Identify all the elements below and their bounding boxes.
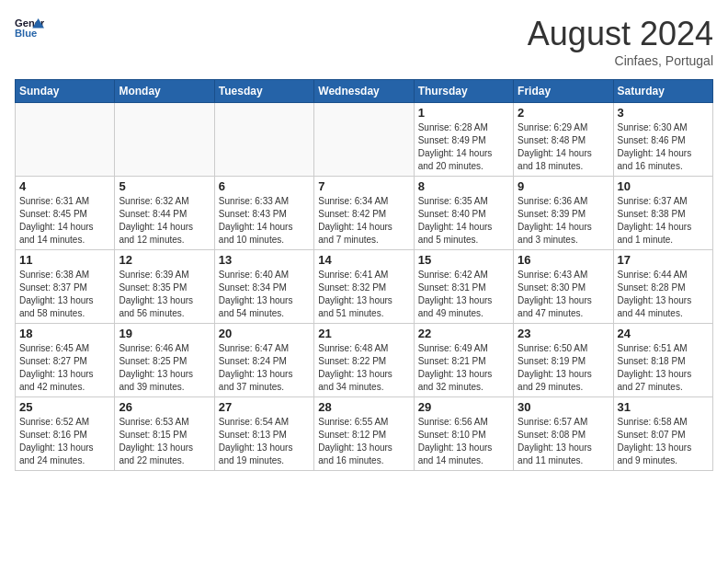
calendar-cell: 24Sunrise: 6:51 AM Sunset: 8:18 PM Dayli… <box>613 324 712 397</box>
day-number: 20 <box>219 327 310 340</box>
weekday-header: Thursday <box>414 80 513 103</box>
weekday-header: Friday <box>514 80 613 103</box>
day-info: Sunrise: 6:50 AM Sunset: 8:19 PM Dayligh… <box>518 342 609 394</box>
calendar-cell <box>115 103 214 177</box>
day-info: Sunrise: 6:48 AM Sunset: 8:22 PM Dayligh… <box>318 342 409 394</box>
day-info: Sunrise: 6:33 AM Sunset: 8:43 PM Dayligh… <box>219 195 310 247</box>
calendar-cell: 8Sunrise: 6:35 AM Sunset: 8:40 PM Daylig… <box>414 177 513 250</box>
calendar-cell: 2Sunrise: 6:29 AM Sunset: 8:48 PM Daylig… <box>514 103 613 177</box>
calendar-cell: 1Sunrise: 6:28 AM Sunset: 8:49 PM Daylig… <box>414 103 513 177</box>
day-info: Sunrise: 6:42 AM Sunset: 8:31 PM Dayligh… <box>418 269 509 320</box>
day-info: Sunrise: 6:55 AM Sunset: 8:12 PM Dayligh… <box>318 416 409 467</box>
day-info: Sunrise: 6:56 AM Sunset: 8:10 PM Dayligh… <box>418 416 509 467</box>
calendar-cell: 20Sunrise: 6:47 AM Sunset: 8:24 PM Dayli… <box>214 324 313 397</box>
day-info: Sunrise: 6:28 AM Sunset: 8:49 PM Dayligh… <box>418 121 509 173</box>
day-number: 11 <box>19 253 110 267</box>
calendar-cell: 5Sunrise: 6:32 AM Sunset: 8:44 PM Daylig… <box>115 177 214 250</box>
day-number: 27 <box>219 400 310 414</box>
day-number: 25 <box>19 400 110 414</box>
day-number: 26 <box>119 400 210 414</box>
calendar-cell: 4Sunrise: 6:31 AM Sunset: 8:45 PM Daylig… <box>16 177 115 250</box>
day-info: Sunrise: 6:39 AM Sunset: 8:35 PM Dayligh… <box>119 269 210 320</box>
day-number: 19 <box>119 327 210 340</box>
day-number: 22 <box>418 327 509 340</box>
day-number: 9 <box>518 179 609 193</box>
day-info: Sunrise: 6:31 AM Sunset: 8:45 PM Dayligh… <box>19 195 110 247</box>
calendar-cell: 7Sunrise: 6:34 AM Sunset: 8:42 PM Daylig… <box>314 177 414 250</box>
day-info: Sunrise: 6:43 AM Sunset: 8:30 PM Dayligh… <box>518 269 609 320</box>
day-info: Sunrise: 6:53 AM Sunset: 8:15 PM Dayligh… <box>119 416 210 467</box>
day-info: Sunrise: 6:32 AM Sunset: 8:44 PM Dayligh… <box>119 195 210 247</box>
logo-icon: General Blue <box>15 15 44 40</box>
day-info: Sunrise: 6:29 AM Sunset: 8:48 PM Dayligh… <box>518 121 609 173</box>
day-info: Sunrise: 6:37 AM Sunset: 8:38 PM Dayligh… <box>618 195 709 247</box>
day-info: Sunrise: 6:58 AM Sunset: 8:07 PM Dayligh… <box>618 416 709 467</box>
calendar-table: SundayMondayTuesdayWednesdayThursdayFrid… <box>15 79 713 471</box>
day-info: Sunrise: 6:49 AM Sunset: 8:21 PM Dayligh… <box>418 342 509 394</box>
day-number: 5 <box>119 179 210 193</box>
day-info: Sunrise: 6:38 AM Sunset: 8:37 PM Dayligh… <box>19 269 110 320</box>
day-number: 6 <box>219 179 310 193</box>
day-number: 23 <box>518 327 609 340</box>
calendar-cell <box>214 103 313 177</box>
calendar-week-row: 18Sunrise: 6:45 AM Sunset: 8:27 PM Dayli… <box>16 324 713 397</box>
calendar-cell: 12Sunrise: 6:39 AM Sunset: 8:35 PM Dayli… <box>115 250 214 324</box>
calendar-cell: 28Sunrise: 6:55 AM Sunset: 8:12 PM Dayli… <box>314 397 414 471</box>
day-number: 31 <box>618 400 709 414</box>
day-number: 29 <box>418 400 509 414</box>
calendar-cell: 6Sunrise: 6:33 AM Sunset: 8:43 PM Daylig… <box>214 177 313 250</box>
calendar-week-row: 1Sunrise: 6:28 AM Sunset: 8:49 PM Daylig… <box>16 103 713 177</box>
calendar-cell: 27Sunrise: 6:54 AM Sunset: 8:13 PM Dayli… <box>214 397 313 471</box>
weekday-header: Monday <box>115 80 214 103</box>
day-info: Sunrise: 6:34 AM Sunset: 8:42 PM Dayligh… <box>318 195 409 247</box>
day-number: 30 <box>518 400 609 414</box>
day-info: Sunrise: 6:41 AM Sunset: 8:32 PM Dayligh… <box>318 269 409 320</box>
day-info: Sunrise: 6:46 AM Sunset: 8:25 PM Dayligh… <box>119 342 210 394</box>
calendar-cell: 15Sunrise: 6:42 AM Sunset: 8:31 PM Dayli… <box>414 250 513 324</box>
page-header: General Blue August 2024 Cinfaes, Portug… <box>15 15 713 68</box>
day-info: Sunrise: 6:30 AM Sunset: 8:46 PM Dayligh… <box>618 121 709 173</box>
calendar-week-row: 11Sunrise: 6:38 AM Sunset: 8:37 PM Dayli… <box>16 250 713 324</box>
calendar-cell: 9Sunrise: 6:36 AM Sunset: 8:39 PM Daylig… <box>514 177 613 250</box>
calendar-cell: 3Sunrise: 6:30 AM Sunset: 8:46 PM Daylig… <box>613 103 712 177</box>
calendar-week-row: 4Sunrise: 6:31 AM Sunset: 8:45 PM Daylig… <box>16 177 713 250</box>
calendar-cell: 25Sunrise: 6:52 AM Sunset: 8:16 PM Dayli… <box>16 397 115 471</box>
day-number: 17 <box>618 253 709 267</box>
calendar-cell <box>16 103 115 177</box>
weekday-header: Tuesday <box>214 80 313 103</box>
day-info: Sunrise: 6:45 AM Sunset: 8:27 PM Dayligh… <box>19 342 110 394</box>
day-number: 21 <box>318 327 409 340</box>
day-number: 8 <box>418 179 509 193</box>
calendar-cell: 13Sunrise: 6:40 AM Sunset: 8:34 PM Dayli… <box>214 250 313 324</box>
day-info: Sunrise: 6:52 AM Sunset: 8:16 PM Dayligh… <box>19 416 110 467</box>
day-number: 18 <box>19 327 110 340</box>
day-info: Sunrise: 6:54 AM Sunset: 8:13 PM Dayligh… <box>219 416 310 467</box>
day-info: Sunrise: 6:57 AM Sunset: 8:08 PM Dayligh… <box>518 416 609 467</box>
calendar-cell: 31Sunrise: 6:58 AM Sunset: 8:07 PM Dayli… <box>613 397 712 471</box>
calendar-cell: 26Sunrise: 6:53 AM Sunset: 8:15 PM Dayli… <box>115 397 214 471</box>
day-number: 28 <box>318 400 409 414</box>
calendar-header-row: SundayMondayTuesdayWednesdayThursdayFrid… <box>16 80 713 103</box>
month-title: August 2024 <box>528 15 713 53</box>
day-number: 1 <box>418 106 509 120</box>
day-number: 12 <box>119 253 210 267</box>
calendar-cell <box>314 103 414 177</box>
day-number: 15 <box>418 253 509 267</box>
logo: General Blue <box>15 15 44 40</box>
calendar-cell: 30Sunrise: 6:57 AM Sunset: 8:08 PM Dayli… <box>514 397 613 471</box>
calendar-cell: 10Sunrise: 6:37 AM Sunset: 8:38 PM Dayli… <box>613 177 712 250</box>
calendar-cell: 16Sunrise: 6:43 AM Sunset: 8:30 PM Dayli… <box>514 250 613 324</box>
calendar-cell: 21Sunrise: 6:48 AM Sunset: 8:22 PM Dayli… <box>314 324 414 397</box>
day-number: 13 <box>219 253 310 267</box>
day-number: 16 <box>518 253 609 267</box>
calendar-cell: 29Sunrise: 6:56 AM Sunset: 8:10 PM Dayli… <box>414 397 513 471</box>
svg-text:Blue: Blue <box>15 28 37 39</box>
calendar-cell: 18Sunrise: 6:45 AM Sunset: 8:27 PM Dayli… <box>16 324 115 397</box>
day-number: 24 <box>618 327 709 340</box>
day-info: Sunrise: 6:51 AM Sunset: 8:18 PM Dayligh… <box>618 342 709 394</box>
day-number: 3 <box>618 106 709 120</box>
calendar-cell: 11Sunrise: 6:38 AM Sunset: 8:37 PM Dayli… <box>16 250 115 324</box>
weekday-header: Sunday <box>16 80 115 103</box>
day-info: Sunrise: 6:47 AM Sunset: 8:24 PM Dayligh… <box>219 342 310 394</box>
calendar-cell: 23Sunrise: 6:50 AM Sunset: 8:19 PM Dayli… <box>514 324 613 397</box>
